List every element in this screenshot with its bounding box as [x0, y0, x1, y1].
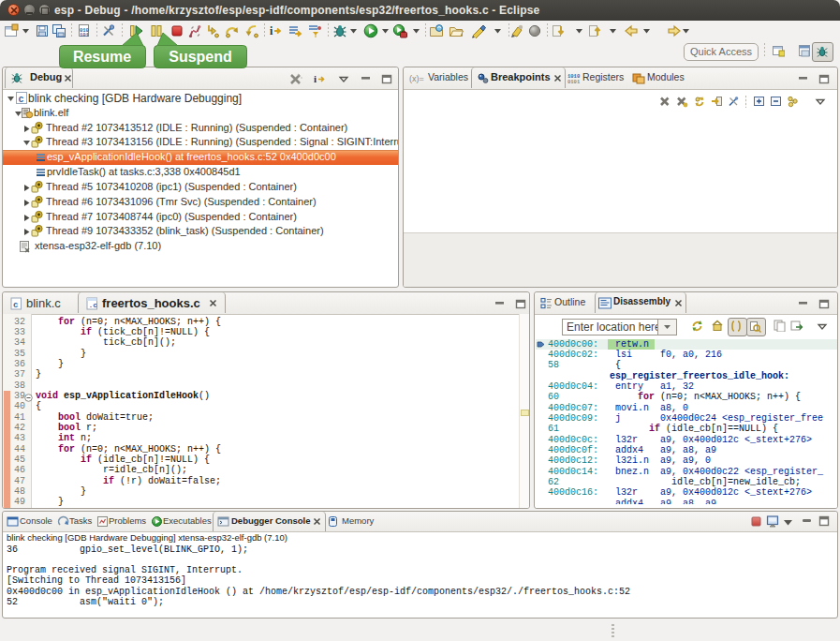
svg-text:0101: 0101 [567, 79, 581, 84]
svg-text:i: i [314, 73, 317, 84]
svg-text:i: i [270, 24, 273, 37]
svg-text:c: c [13, 301, 18, 310]
svg-text:Resume: Resume [73, 49, 131, 65]
svg-text:(x)=: (x)= [409, 74, 424, 83]
svg-text:c: c [19, 95, 24, 105]
svg-text:Suspend: Suspend [169, 49, 232, 65]
svg-text:.c: .c [89, 301, 98, 309]
